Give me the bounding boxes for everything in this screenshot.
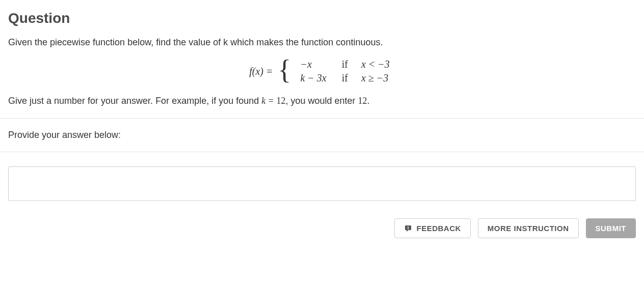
svg-rect-1 — [408, 229, 409, 230]
answer-input[interactable] — [8, 166, 636, 201]
answer-instruction: Give just a number for your answer. For … — [8, 94, 636, 108]
instr-p1: Give just a number for your answer. For … — [8, 96, 261, 106]
feedback-button[interactable]: FEEDBACK — [394, 218, 470, 238]
instr-keq: k = — [261, 96, 276, 106]
more-instruction-label: MORE INSTRUCTION — [488, 224, 569, 233]
instr-n1: 12 — [276, 96, 285, 106]
prompt-text: Given the piecewise function below, find… — [8, 37, 383, 47]
piece-1-expr: −x — [300, 59, 311, 70]
question-prompt: Given the piecewise function below, find… — [8, 36, 636, 49]
left-brace: { — [278, 58, 291, 82]
piece-2-if: if — [332, 71, 356, 85]
instr-p2: , you would enter — [285, 96, 358, 106]
instr-n2: 12 — [358, 96, 367, 106]
piecewise-equation: f(x) = { −x if x < −3 k − 3x if x ≥ −3 — [8, 58, 636, 85]
feedback-icon — [404, 224, 412, 233]
divider-bottom — [0, 152, 644, 152]
submit-button[interactable]: SUBMIT — [586, 218, 636, 238]
piece-2-cond: x ≥ −3 — [361, 72, 388, 83]
piece-1-cond: x < −3 — [361, 59, 390, 70]
equation-lhs: f(x) = — [249, 66, 273, 77]
piecewise-table: −x if x < −3 k − 3x if x ≥ −3 — [295, 58, 394, 85]
instr-p3: . — [367, 96, 369, 106]
feedback-label: FEEDBACK — [416, 224, 461, 233]
answer-label: Provide your answer below: — [8, 119, 636, 152]
svg-rect-0 — [408, 227, 409, 229]
button-row: FEEDBACK MORE INSTRUCTION SUBMIT — [8, 218, 636, 238]
piece-row-2: k − 3x if x ≥ −3 — [295, 71, 394, 85]
piece-row-1: −x if x < −3 — [295, 58, 394, 71]
more-instruction-button[interactable]: MORE INSTRUCTION — [478, 218, 579, 238]
piece-2-expr: k − 3x — [300, 72, 326, 83]
submit-label: SUBMIT — [596, 224, 627, 233]
piece-1-if: if — [332, 58, 356, 71]
question-title: Question — [8, 10, 636, 26]
